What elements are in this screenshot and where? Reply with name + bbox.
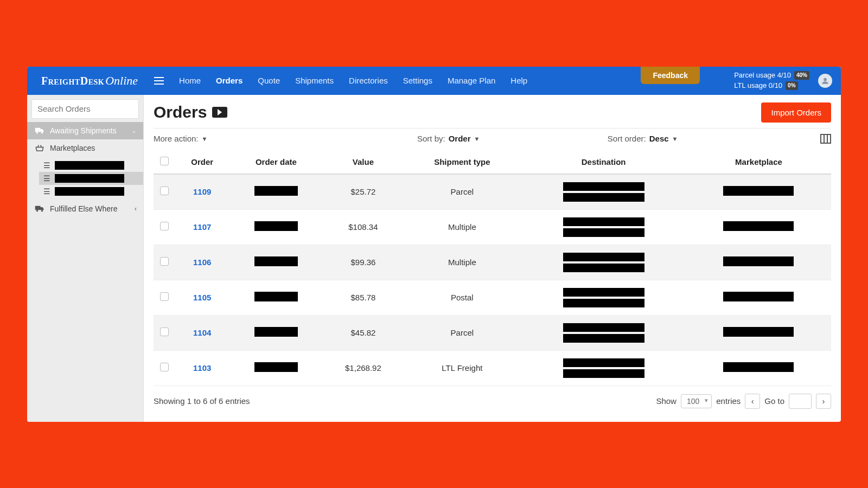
caret-down-icon: ▼ [672,136,678,142]
cell-shipment-type: Multiple [403,209,521,245]
redacted-text [254,256,298,266]
nav-shipments[interactable]: Shipments [295,67,334,94]
user-avatar-icon[interactable] [818,74,832,88]
col-order-date[interactable]: Order date [229,150,323,174]
sidebar-item-awaiting-shipments[interactable]: Awaiting Shipments ⌄ [27,122,143,139]
showing-entries-text: Showing 1 to 6 of 6 entries [154,396,250,406]
page-title-text: Orders [154,103,207,121]
redacted-text [563,369,644,378]
select-all-checkbox[interactable] [160,157,169,165]
feedback-button[interactable]: Feedback [641,67,700,84]
sort-order-dropdown[interactable]: Sort order: Desc ▼ [608,134,678,143]
nav-quote[interactable]: Quote [258,67,280,94]
nav-home[interactable]: Home [179,67,201,94]
search-orders-input[interactable] [37,104,133,113]
redacted-text [55,174,124,183]
table-row: 1105 $85.78 Postal [154,280,831,315]
redacted-text [723,221,794,231]
video-icon[interactable] [212,107,227,118]
col-order[interactable]: Order [175,150,229,174]
caret-down-icon: ▼ [474,136,480,142]
table-footer: Showing 1 to 6 of 6 entries Show 100 ent… [154,386,831,409]
entries-label: entries [716,396,741,406]
page-size-select[interactable]: 100 [681,394,712,408]
row-checkbox[interactable] [160,328,169,336]
table-row: 1104 $45.82 Parcel [154,315,831,350]
basket-icon [35,144,44,152]
ltl-usage-text: LTL usage 0/10 [734,81,782,91]
sidebar-item-label: Fulfilled Else Where [50,204,118,213]
row-checkbox[interactable] [160,363,169,371]
sidebar-item-marketplaces[interactable]: Marketplaces [27,139,143,157]
redacted-text [723,327,794,337]
page-header: Orders Import Orders [154,100,831,128]
hamburger-icon[interactable] [150,73,168,89]
usage-info: Parcel usage 4/10 40% LTL usage 0/10 0% [734,70,809,90]
top-navbar: FreightDeskOnline Home Orders Quote Ship… [27,67,841,95]
cell-destination [524,323,683,343]
col-shipment-type[interactable]: Shipment type [403,150,521,174]
order-link[interactable]: 1105 [193,293,211,302]
sidebar-item-label: Awaiting Shipments [50,126,117,135]
row-checkbox[interactable] [160,187,169,195]
redacted-text [254,362,298,372]
search-orders-box[interactable] [31,99,139,119]
nav-directories[interactable]: Directories [349,67,388,94]
redacted-text [723,186,794,196]
more-action-dropdown[interactable]: More action: ▼ [154,134,207,143]
sort-by-dropdown[interactable]: Sort by: Order ▼ [417,134,480,143]
svg-point-0 [824,78,827,81]
chevron-left-icon: ‹ [135,205,137,213]
sidebar: Awaiting Shipments ⌄ Marketplaces ☰ ☰ [27,95,144,422]
order-link[interactable]: 1103 [193,363,211,373]
next-page-button[interactable]: › [816,394,831,409]
cell-destination [524,288,683,307]
goto-label: Go to [764,396,784,406]
cell-value: $45.82 [323,315,403,350]
svg-point-4 [41,210,43,211]
cell-value: $25.72 [323,174,403,210]
order-link[interactable]: 1104 [193,328,211,337]
cell-destination [524,253,683,272]
redacted-text [563,299,644,307]
nav-settings[interactable]: Settings [403,67,432,94]
more-action-label: More action: [154,134,199,143]
table-header-row: Order Order date Value Shipment type Des… [154,150,831,174]
order-link[interactable]: 1106 [193,258,211,267]
order-link[interactable]: 1109 [193,187,211,196]
sidebar-subitem-1[interactable]: ☰ [39,159,143,172]
list-icon: ☰ [43,174,50,183]
order-link[interactable]: 1107 [193,222,211,232]
col-destination[interactable]: Destination [521,150,686,174]
prev-page-button[interactable]: ‹ [745,394,760,409]
goto-page-input[interactable] [789,394,812,409]
cell-value: $1,268.92 [323,350,403,386]
col-value[interactable]: Value [323,150,403,174]
redacted-text [55,187,124,196]
cell-shipment-type: Postal [403,280,521,315]
row-checkbox[interactable] [160,257,169,266]
cell-shipment-type: LTL Freight [403,350,521,386]
redacted-text [563,253,644,261]
sidebar-item-label: Marketplaces [50,144,95,152]
cell-destination [524,358,683,378]
list-icon: ☰ [43,187,50,196]
import-orders-button[interactable]: Import Orders [761,102,831,123]
row-checkbox[interactable] [160,292,169,301]
brand-main: FreightDesk [41,75,104,87]
sidebar-item-fulfilled-elsewhere[interactable]: Fulfilled Else Where ‹ [27,200,143,217]
col-marketplace[interactable]: Marketplace [686,150,831,174]
marketplace-sublist: ☰ ☰ ☰ [27,157,143,200]
row-checkbox[interactable] [160,222,169,230]
cell-shipment-type: Multiple [403,245,521,280]
app-window: FreightDeskOnline Home Orders Quote Ship… [27,67,841,422]
columns-icon[interactable] [820,134,831,144]
sidebar-subitem-3[interactable]: ☰ [39,185,143,198]
nav-orders[interactable]: Orders [216,67,242,94]
brand-logo: FreightDeskOnline [27,74,150,88]
nav-manage-plan[interactable]: Manage Plan [448,67,495,94]
nav-help[interactable]: Help [510,67,527,94]
sidebar-subitem-2[interactable]: ☰ [39,172,143,185]
brand-sub: Online [105,74,138,87]
parcel-usage-badge: 40% [794,71,809,80]
